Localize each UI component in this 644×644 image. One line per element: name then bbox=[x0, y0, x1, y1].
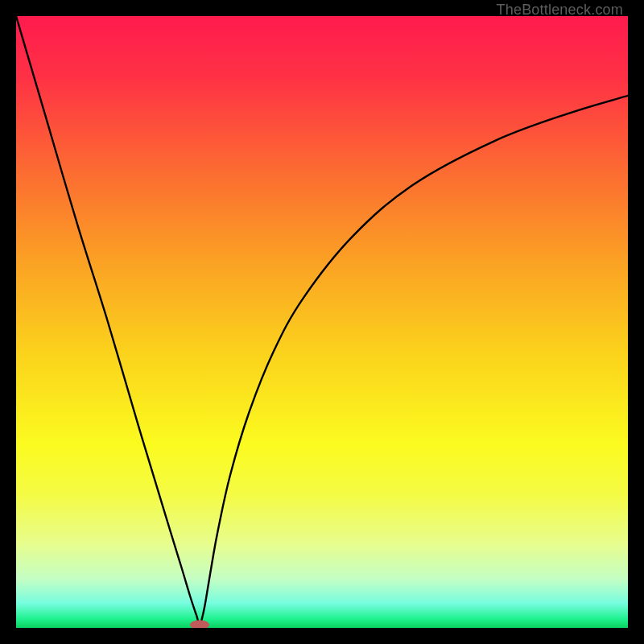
chart-frame: TheBottleneck.com bbox=[16, 16, 628, 628]
bottleneck-chart bbox=[16, 16, 628, 628]
